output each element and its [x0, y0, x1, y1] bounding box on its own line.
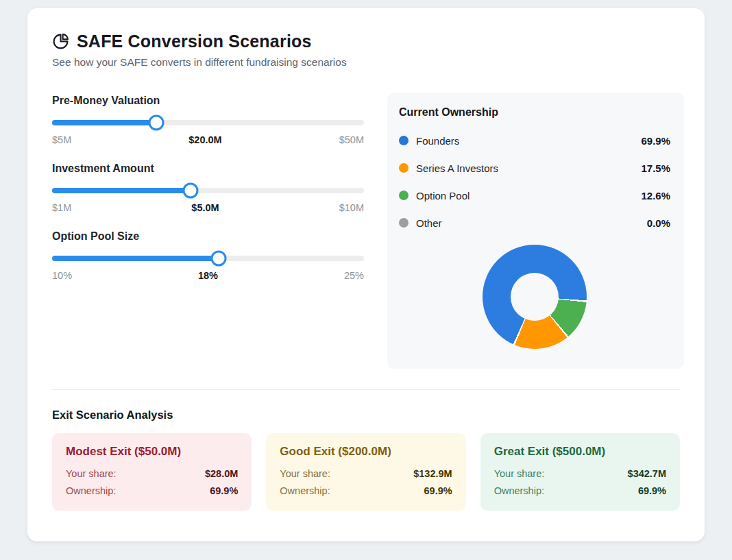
slider-min-label: $5M [52, 134, 71, 145]
legend-row-series-a: Series A Investors 17.5% [399, 154, 670, 182]
your-share-label: Your share: [280, 465, 330, 483]
slider-current-value: $5.0M [191, 202, 219, 213]
exit-card-modest: Modest Exit ($50.0M) Your share: $28.0M … [52, 433, 252, 511]
your-share-value: $28.0M [205, 465, 238, 483]
legend-row-option-pool: Option Pool 12.6% [399, 182, 670, 209]
ownership-row: Ownership: 69.9% [280, 483, 452, 500]
legend-value: 69.9% [641, 135, 670, 147]
exit-scenario-section: Exit Scenario Analysis Modest Exit ($50.… [52, 409, 684, 511]
slider-scale: 10% 18% 25% [52, 270, 364, 281]
slider-label: Pre-Money Valuation [52, 95, 364, 107]
exit-section-title: Exit Scenario Analysis [52, 409, 684, 422]
slider-label: Investment Amount [52, 162, 364, 175]
pie-chart-icon [52, 33, 69, 50]
slider-thumb[interactable] [148, 115, 164, 131]
slider-fill [52, 188, 191, 193]
safe-conversion-card: SAFE Conversion Scenarios See how your S… [27, 8, 705, 541]
legend-label: Series A Investors [416, 162, 498, 174]
founders-color-dot [399, 136, 408, 145]
ownership-label: Ownership: [280, 483, 330, 500]
your-share-row: Your share: $28.0M [66, 465, 238, 483]
slider-min-label: $1M [52, 202, 71, 213]
series-a-color-dot [399, 163, 408, 173]
legend-row-founders: Founders 69.9% [399, 127, 670, 154]
your-share-value: $342.7M [628, 465, 666, 483]
slider-max-label: $50M [339, 134, 364, 145]
ownership-value: 69.9% [638, 483, 666, 500]
your-share-row: Your share: $132.9M [280, 465, 452, 483]
legend-label: Option Pool [416, 190, 469, 202]
slider-option-pool-size: Option Pool Size 10% 18% 25% [52, 230, 364, 281]
current-ownership-panel: Current Ownership Founders 69.9% Series … [387, 93, 684, 369]
slider-thumb[interactable] [210, 251, 226, 267]
slider-fill [52, 256, 219, 261]
your-share-label: Your share: [66, 465, 117, 483]
legend-label: Founders [416, 135, 459, 147]
ownership-row: Ownership: 69.9% [494, 483, 666, 500]
legend-value: 0.0% [647, 217, 670, 229]
ownership-donut-chart [483, 245, 587, 349]
exit-card-good: Good Exit ($200.0M) Your share: $132.9M … [266, 433, 465, 511]
ownership-value: 69.9% [424, 483, 452, 500]
slider-current-value: $20.0M [188, 134, 221, 145]
slider-max-label: $10M [339, 202, 364, 213]
exit-card-title: Modest Exit ($50.0M) [66, 445, 238, 459]
ownership-value: 69.9% [210, 483, 238, 500]
ownership-label: Ownership: [494, 483, 544, 500]
ownership-panel-title: Current Ownership [399, 106, 670, 119]
option-pool-color-dot [399, 191, 408, 200]
option-pool-size-slider[interactable] [52, 250, 364, 267]
slider-min-label: 10% [52, 270, 72, 281]
ownership-label: Ownership: [66, 483, 116, 500]
slider-scale: $5M $20.0M $50M [52, 134, 364, 145]
legend-value: 17.5% [641, 162, 670, 174]
your-share-value: $132.9M [413, 465, 452, 483]
exit-card-great: Great Exit ($500.0M) Your share: $342.7M… [480, 433, 680, 511]
page-subtitle: See how your SAFE converts in different … [52, 56, 684, 69]
legend-label: Other [416, 217, 442, 229]
section-divider [52, 389, 680, 390]
other-color-dot [399, 218, 408, 228]
your-share-row: Your share: $342.7M [494, 465, 666, 483]
legend-value: 12.6% [641, 190, 670, 202]
page-background: SAFE Conversion Scenarios See how your S… [0, 0, 732, 560]
slider-thumb[interactable] [183, 183, 199, 199]
exit-card-title: Great Exit ($500.0M) [494, 445, 666, 459]
slider-current-value: 18% [198, 270, 218, 281]
header: SAFE Conversion Scenarios See how your S… [52, 32, 684, 69]
ownership-row: Ownership: 69.9% [66, 483, 238, 500]
slider-pre-money-valuation: Pre-Money Valuation $5M $20.0M $50M [52, 95, 364, 145]
slider-investment-amount: Investment Amount $1M $5.0M $10M [52, 162, 364, 213]
pre-money-valuation-slider[interactable] [52, 114, 364, 131]
donut-chart-area [399, 245, 670, 349]
your-share-label: Your share: [494, 465, 545, 483]
sliders-column: Pre-Money Valuation $5M $20.0M $50M Inve… [52, 93, 364, 369]
slider-scale: $1M $5.0M $10M [52, 202, 364, 213]
page-title: SAFE Conversion Scenarios [77, 32, 312, 51]
legend-row-other: Other 0.0% [399, 209, 670, 236]
slider-fill [52, 120, 156, 125]
slider-max-label: 25% [344, 270, 364, 281]
investment-amount-slider[interactable] [52, 182, 364, 199]
exit-card-title: Good Exit ($200.0M) [280, 445, 452, 459]
donut-hole [511, 273, 559, 321]
slider-label: Option Pool Size [52, 230, 364, 243]
